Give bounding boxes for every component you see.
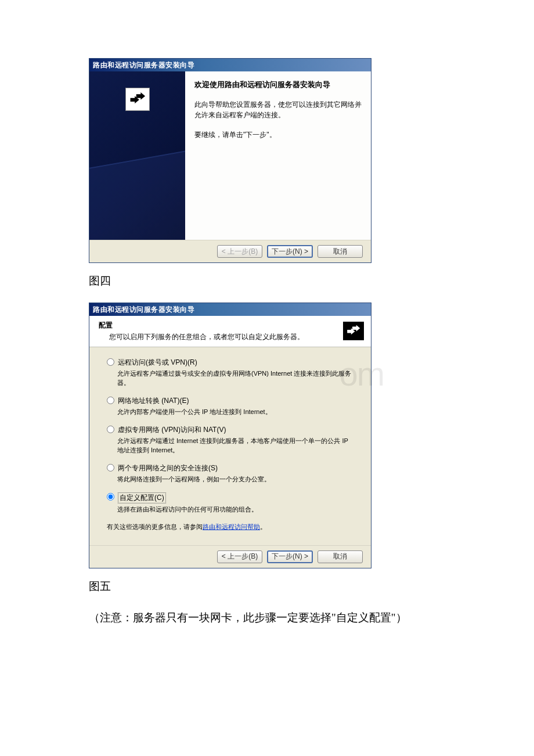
radio-custom[interactable] (107, 493, 114, 501)
radio-option-nat: 网络地址转换 (NAT)(E) 允许内部客户端使用一个公共 IP 地址连接到 I… (107, 396, 353, 417)
config-body: om 远程访问(拨号或 VPN)(R) 允许远程客户端通过拨号或安全的虚拟专用网… (89, 347, 371, 545)
button-row: < 上一步(B) 下一步(N) > 取消 (89, 545, 371, 568)
back-button: < 上一步(B) (217, 245, 262, 258)
welcome-heading: 欢迎使用路由和远程访问服务器安装向导 (194, 80, 362, 90)
radio-label: 网络地址转换 (NAT)(E) (118, 396, 189, 406)
radio-desc: 将此网络连接到一个远程网络，例如一个分支办公室。 (117, 475, 353, 484)
dialog-title: 路由和远程访问服务器安装向导 (93, 305, 194, 314)
radio-label: 远程访问(拨号或 VPN)(R) (118, 358, 197, 368)
figure-caption-5: 图五 (89, 579, 445, 594)
dialog-titlebar: 路由和远程访问服务器安装向导 (89, 303, 371, 316)
welcome-sidebar (89, 71, 185, 240)
cancel-button[interactable]: 取消 (317, 550, 363, 563)
welcome-body: 欢迎使用路由和远程访问服务器安装向导 此向导帮助您设置服务器，使您可以连接到其它… (89, 71, 371, 240)
radio-option-remote-access: 远程访问(拨号或 VPN)(R) 允许远程客户端通过拨号或安全的虚拟专用网络(V… (107, 358, 353, 388)
config-header: 配置 您可以启用下列服务的任意组合，或者您可以自定义此服务器。 (89, 316, 371, 347)
welcome-content: 欢迎使用路由和远程访问服务器安装向导 此向导帮助您设置服务器，使您可以连接到其它… (185, 71, 371, 240)
wizard-welcome-dialog: 路由和远程访问服务器安装向导 欢迎使用路由和远程访问服务器安装向导 此向导帮助您… (89, 58, 371, 263)
radio-desc: 允许远程客户端通过 Internet 连接到此服务器，本地客户端使用一个单一的公… (117, 437, 353, 455)
radio-option-secure-conn: 两个专用网络之间的安全连接(S) 将此网络连接到一个远程网络，例如一个分支办公室… (107, 463, 353, 484)
radio-desc: 允许远程客户端通过拨号或安全的虚拟专用网络(VPN) Internet 连接来连… (117, 369, 353, 388)
welcome-continue: 要继续，请单击"下一步"。 (194, 129, 362, 140)
radio-desc: 允许内部客户端使用一个公共 IP 地址连接到 Internet。 (117, 408, 353, 417)
help-suffix: 。 (260, 523, 266, 530)
radio-option-vpn-nat: 虚拟专用网络 (VPN)访问和 NAT(V) 允许远程客户端通过 Interne… (107, 425, 353, 455)
network-icon (125, 88, 150, 111)
welcome-description: 此向导帮助您设置服务器，使您可以连接到其它网络并允许来自远程客户端的连接。 (194, 99, 362, 120)
wizard-config-dialog: 路由和远程访问服务器安装向导 配置 您可以启用下列服务的任意组合，或者您可以自定… (89, 303, 371, 568)
back-button[interactable]: < 上一步(B) (217, 550, 262, 563)
radio-desc: 选择在路由和远程访问中的任何可用功能的组合。 (117, 505, 353, 514)
button-row: < 上一步(B) 下一步(N) > 取消 (89, 240, 371, 262)
help-link[interactable]: 路由和远程访问帮助 (203, 523, 260, 530)
config-header-title: 配置 (99, 321, 343, 330)
config-header-text: 配置 您可以启用下列服务的任意组合，或者您可以自定义此服务器。 (99, 321, 343, 342)
radio-vpn-nat[interactable] (107, 426, 114, 433)
dialog-title: 路由和远程访问服务器安装向导 (93, 61, 194, 69)
figure-caption-4: 图四 (89, 273, 445, 289)
radio-label: 虚拟专用网络 (VPN)访问和 NAT(V) (118, 425, 226, 435)
next-button[interactable]: 下一步(N) > (267, 550, 313, 563)
radio-option-custom: 自定义配置(C) 选择在路由和远程访问中的任何可用功能的组合。 (107, 492, 353, 514)
dialog-titlebar: 路由和远程访问服务器安装向导 (89, 59, 371, 71)
network-icon (343, 322, 364, 340)
config-header-subtitle: 您可以启用下列服务的任意组合，或者您可以自定义此服务器。 (99, 332, 343, 342)
next-button[interactable]: 下一步(N) > (267, 245, 313, 258)
note-text: （注意：服务器只有一块网卡，此步骤一定要选择"自定义配置"） (89, 608, 445, 628)
radio-label: 两个专用网络之间的安全连接(S) (118, 463, 218, 473)
cancel-button[interactable]: 取消 (317, 245, 363, 258)
help-prefix: 有关这些选项的更多信息，请参阅 (107, 523, 203, 530)
radio-nat[interactable] (107, 397, 114, 404)
help-line: 有关这些选项的更多信息，请参阅路由和远程访问帮助。 (107, 523, 353, 531)
radio-secure-conn[interactable] (107, 464, 114, 471)
radio-remote-access[interactable] (107, 358, 114, 366)
radio-label: 自定义配置(C) (118, 492, 166, 503)
